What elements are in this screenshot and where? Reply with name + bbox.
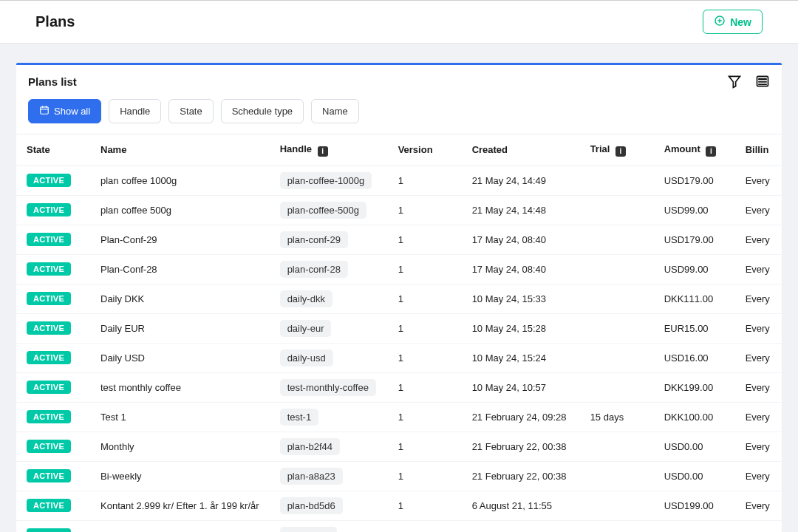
col-created[interactable]: Created — [462, 134, 580, 166]
cell-name: Bi-weekly — [90, 461, 270, 491]
cell-name: Subscription 299 USD/mo — [90, 520, 270, 532]
table-row[interactable]: ACTIVEBi-weeklyplan-a8a23121 February 22… — [16, 461, 782, 491]
table-scroll[interactable]: State Name Handle i Version Created Tria… — [16, 134, 782, 532]
filter-state[interactable]: State — [168, 99, 213, 123]
col-amount[interactable]: Amount i — [654, 134, 735, 166]
col-trial[interactable]: Trial i — [580, 134, 654, 166]
handle-pill[interactable]: daily-dkk — [280, 290, 332, 307]
status-badge: ACTIVE — [27, 233, 71, 246]
table-row[interactable]: ACTIVESubscription 299 USD/moplan-1a4ff1… — [16, 520, 782, 532]
columns-icon[interactable] — [755, 74, 770, 89]
handle-pill[interactable]: plan-coffee-500g — [280, 202, 366, 219]
info-icon[interactable]: i — [615, 146, 626, 157]
table-row[interactable]: ACTIVEDaily USDdaily-usd110 May 24, 15:2… — [16, 343, 782, 372]
cell-trial — [580, 166, 654, 195]
svg-marker-3 — [729, 76, 740, 87]
info-icon[interactable]: i — [706, 146, 716, 157]
cell-name: plan coffee 500g — [90, 195, 270, 225]
status-badge: ACTIVE — [27, 262, 71, 276]
cell-billing: Every — [735, 491, 782, 520]
handle-pill[interactable]: plan-a8a23 — [280, 468, 343, 485]
cell-name: Test 1 — [90, 402, 270, 432]
plans-list-panel: Plans list Show all Handle State Schedul… — [16, 63, 782, 532]
table-row[interactable]: ACTIVEKontant 2.999 kr/ Efter 1. år 199 … — [16, 491, 782, 520]
table-row[interactable]: ACTIVETest 1test-1121 February 24, 09:28… — [16, 402, 782, 432]
cell-created: 10 May 24, 10:57 — [462, 372, 580, 402]
col-billing[interactable]: Billin — [735, 134, 782, 166]
handle-pill[interactable]: plan-coffee-1000g — [280, 172, 372, 189]
col-state[interactable]: State — [16, 134, 90, 166]
table-row[interactable]: ACTIVEplan coffee 1000gplan-coffee-1000g… — [16, 166, 782, 195]
filter-icon[interactable] — [727, 74, 742, 89]
table-row[interactable]: ACTIVEDaily DKKdaily-dkk110 May 24, 15:3… — [16, 284, 782, 313]
cell-billing: Every — [735, 313, 782, 343]
table-row[interactable]: ACTIVEPlan-Conf-29plan-conf-29117 May 24… — [16, 225, 782, 254]
info-icon[interactable]: i — [318, 146, 328, 157]
handle-pill[interactable]: plan-conf-28 — [280, 261, 348, 278]
col-version[interactable]: Version — [388, 134, 462, 166]
filter-schedule-type[interactable]: Schedule type — [221, 99, 304, 123]
panel-header: Plans list — [16, 65, 782, 96]
handle-pill[interactable]: test-1 — [280, 409, 319, 426]
status-badge: ACTIVE — [27, 351, 71, 364]
cell-created: 6 August 21, 11:54 — [462, 520, 580, 532]
cell-name: Plan-Conf-28 — [90, 254, 270, 284]
cell-trial — [580, 313, 654, 343]
table-row[interactable]: ACTIVEplan coffee 500gplan-coffee-500g12… — [16, 195, 782, 225]
handle-pill[interactable]: daily-eur — [280, 320, 332, 337]
handle-pill[interactable]: daily-usd — [280, 349, 333, 366]
table-row[interactable]: ACTIVEPlan-Conf-28plan-conf-28117 May 24… — [16, 254, 782, 284]
status-badge: ACTIVE — [27, 292, 71, 305]
cell-billing: Every — [735, 432, 782, 461]
cell-billing: Every — [735, 254, 782, 284]
status-badge: ACTIVE — [27, 203, 71, 216]
cell-amount: USD99.00 — [654, 195, 735, 225]
svg-rect-6 — [758, 81, 767, 83]
cell-name: Kontant 2.999 kr/ Efter 1. år 199 kr/år — [90, 491, 270, 520]
filter-handle[interactable]: Handle — [109, 99, 161, 123]
filter-show-all[interactable]: Show all — [28, 99, 101, 123]
handle-pill[interactable]: plan-1a4ff — [280, 527, 338, 533]
cell-amount: USD299.00 — [654, 520, 735, 532]
cell-billing: Every — [735, 461, 782, 491]
cell-version: 1 — [388, 372, 462, 402]
cell-billing: Every — [735, 284, 782, 313]
cell-created: 21 February 22, 00:38 — [462, 432, 580, 461]
panel-actions — [727, 74, 770, 89]
col-handle[interactable]: Handle i — [270, 134, 388, 166]
cell-amount: EUR15.00 — [654, 313, 735, 343]
cell-billing: Every — [735, 225, 782, 254]
col-name[interactable]: Name — [90, 134, 270, 166]
cell-billing: Every — [735, 195, 782, 225]
cell-created: 17 May 24, 08:40 — [462, 254, 580, 284]
status-badge: ACTIVE — [27, 440, 71, 453]
cell-name: plan coffee 1000g — [90, 166, 270, 195]
handle-pill[interactable]: test-monthly-coffee — [280, 379, 376, 396]
page-title: Plans — [35, 13, 75, 30]
handle-pill[interactable]: plan-conf-29 — [280, 231, 348, 248]
cell-version: 1 — [388, 254, 462, 284]
calendar-icon — [39, 105, 50, 117]
filter-name[interactable]: Name — [311, 99, 359, 123]
cell-version: 1 — [388, 195, 462, 225]
handle-pill[interactable]: plan-b2f44 — [280, 438, 340, 455]
svg-rect-7 — [758, 83, 767, 85]
plans-table: State Name Handle i Version Created Tria… — [16, 134, 782, 532]
cell-created: 10 May 24, 15:33 — [462, 284, 580, 313]
cell-version: 1 — [388, 225, 462, 254]
cell-billing: Every — [735, 372, 782, 402]
new-button[interactable]: New — [703, 10, 763, 34]
cell-trial — [580, 491, 654, 520]
plus-circle-icon — [714, 15, 726, 29]
status-badge: ACTIVE — [27, 410, 71, 423]
cell-version: 1 — [388, 343, 462, 372]
table-row[interactable]: ACTIVEtest monthly coffeetest-monthly-co… — [16, 372, 782, 402]
cell-trial — [580, 520, 654, 532]
handle-pill[interactable]: plan-bd5d6 — [280, 497, 343, 514]
cell-trial — [580, 343, 654, 372]
cell-created: 21 May 24, 14:48 — [462, 195, 580, 225]
cell-amount: USD179.00 — [654, 166, 735, 195]
table-row[interactable]: ACTIVEMonthlyplan-b2f44121 February 22, … — [16, 432, 782, 461]
cell-created: 10 May 24, 15:24 — [462, 343, 580, 372]
table-row[interactable]: ACTIVEDaily EURdaily-eur110 May 24, 15:2… — [16, 313, 782, 343]
